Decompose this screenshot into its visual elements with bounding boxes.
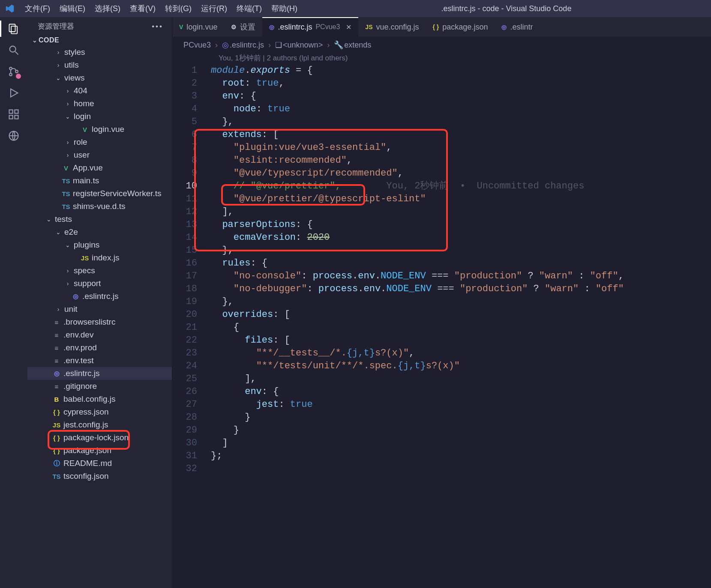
code-line[interactable]: ], — [211, 373, 711, 385]
editor-tab[interactable]: ◎.eslintr — [495, 17, 540, 37]
code-line[interactable]: "no-console": process.env.NODE_ENV === "… — [211, 270, 711, 283]
code-line[interactable]: env: { — [211, 385, 711, 398]
code-line[interactable]: ] — [211, 437, 711, 450]
breadcrumb-item[interactable]: ❏<unknown> — [275, 40, 323, 50]
menu-item[interactable]: 编辑(E) — [55, 1, 90, 16]
tree-item[interactable]: login — [27, 110, 172, 123]
code-lines[interactable]: module.exports = { root: true, env: { no… — [211, 64, 711, 588]
chevron-icon[interactable] — [64, 242, 71, 248]
tree-item[interactable]: VApp.vue — [27, 161, 172, 174]
editor-tab[interactable]: ⚙设置 — [224, 17, 262, 37]
code-line[interactable]: }, — [211, 295, 711, 308]
code-line[interactable]: parserOptions: { — [211, 218, 711, 231]
close-tab-icon[interactable]: ✕ — [346, 23, 351, 31]
code-line[interactable]: node: true — [211, 103, 711, 116]
code-line[interactable]: { — [211, 321, 711, 334]
code-line[interactable]: ecmaVersion: 2020 — [211, 231, 711, 244]
tree-item[interactable]: { }package-lock.json — [27, 431, 172, 444]
menu-item[interactable]: 查看(V) — [126, 1, 160, 16]
chevron-icon[interactable] — [55, 49, 62, 56]
code-line[interactable]: ], — [211, 206, 711, 218]
code-line[interactable]: jest: true — [211, 398, 711, 411]
tree-item[interactable]: role — [27, 136, 172, 149]
code-line[interactable]: "**/__tests__/*.{j,t}s?(x)", — [211, 347, 711, 360]
menu-item[interactable]: 选择(S) — [90, 1, 125, 16]
chevron-icon[interactable] — [55, 75, 62, 81]
tree-item[interactable]: utils — [27, 59, 172, 72]
code-line[interactable]: "@vue/prettier/@typescript-eslint" — [211, 193, 711, 206]
chevron-icon[interactable] — [64, 139, 71, 146]
tree-item[interactable]: ≡.env.dev — [27, 328, 172, 341]
menu-item[interactable]: 终端(T) — [232, 1, 266, 16]
tree-item[interactable]: TSregisterServiceWorker.ts — [27, 187, 172, 200]
code-line[interactable]: overrides: [ — [211, 308, 711, 321]
tree-item[interactable]: TStsconfig.json — [27, 470, 172, 483]
tree-item[interactable]: ≡.browserslistrc — [27, 316, 172, 328]
tree-item[interactable]: tests — [27, 213, 172, 226]
breadcrumbs[interactable]: PCvue3›◎.eslintrc.js›❏<unknown>›🔧extends — [172, 37, 711, 53]
tree-item[interactable]: Bbabel.config.js — [27, 393, 172, 406]
chevron-icon[interactable] — [45, 216, 52, 223]
editor-tab[interactable]: ◎.eslintrc.jsPCvue3✕ — [262, 17, 358, 37]
tree-item[interactable]: plugins — [27, 239, 172, 251]
code-line[interactable]: // "@vue/prettier", You, 2秒钟前 • Uncommit… — [211, 180, 711, 193]
editor-tab[interactable]: { }package.json — [426, 17, 495, 37]
tree-item[interactable]: e2e — [27, 226, 172, 239]
tree-item[interactable]: { }package.json — [27, 444, 172, 457]
editor-tab[interactable]: Vlogin.vue — [172, 17, 224, 37]
code-line[interactable] — [211, 463, 711, 475]
tree-item[interactable]: ≡.env.test — [27, 354, 172, 367]
tree-item[interactable]: views — [27, 72, 172, 84]
explorer-more-icon[interactable]: ••• — [152, 22, 166, 31]
tree-item[interactable]: ◎.eslintrc.js — [27, 367, 172, 380]
search-icon[interactable] — [7, 44, 20, 57]
tree-item[interactable]: ≡.gitignore — [27, 380, 172, 393]
code-line[interactable]: }; — [211, 450, 711, 463]
menu-item[interactable]: 帮助(H) — [267, 1, 302, 16]
code-line[interactable]: } — [211, 411, 711, 424]
chevron-icon[interactable] — [64, 87, 71, 94]
tree-item[interactable]: user — [27, 149, 172, 161]
tree-item[interactable]: ≡.env.prod — [27, 341, 172, 354]
code-line[interactable]: extends: [ — [211, 128, 711, 141]
tree-item[interactable]: home — [27, 97, 172, 110]
code-line[interactable]: }, — [211, 244, 711, 257]
tree-item[interactable]: support — [27, 277, 172, 290]
code-line[interactable]: "eslint:recommended", — [211, 154, 711, 167]
chevron-icon[interactable] — [64, 100, 71, 107]
tree-item[interactable]: TSmain.ts — [27, 174, 172, 187]
code-editor[interactable]: 1234567891011121314151617181920212223242… — [172, 63, 711, 588]
tree-item[interactable]: JSindex.js — [27, 251, 172, 264]
tree-item[interactable]: styles — [27, 46, 172, 59]
menu-item[interactable]: 运行(R) — [197, 1, 231, 16]
source-control-icon[interactable] — [7, 65, 20, 78]
tree-item[interactable]: ◎.eslintrc.js — [27, 290, 172, 303]
tree-item[interactable]: JSjest.config.js — [27, 418, 172, 431]
code-line[interactable]: } — [211, 424, 711, 437]
chevron-icon[interactable] — [55, 306, 62, 313]
chevron-icon[interactable] — [64, 152, 71, 158]
tree-root[interactable]: CODE — [27, 35, 172, 46]
chevron-icon[interactable] — [64, 113, 71, 120]
tree-item[interactable]: specs — [27, 264, 172, 277]
code-line[interactable]: "no-debugger": process.env.NODE_ENV === … — [211, 283, 711, 295]
tree-item[interactable]: { }cypress.json — [27, 406, 172, 418]
menu-item[interactable]: 转到(G) — [161, 1, 196, 16]
tree-item[interactable]: 404 — [27, 84, 172, 97]
tree-item[interactable]: unit — [27, 303, 172, 316]
editor-tab[interactable]: JSvue.config.js — [358, 17, 426, 37]
tree-item[interactable]: TSshims-vue.d.ts — [27, 200, 172, 213]
explorer-icon[interactable] — [7, 22, 20, 35]
code-line[interactable]: "@vue/typescript/recommended", — [211, 167, 711, 180]
code-line[interactable]: module.exports = { — [211, 64, 711, 77]
tree-item[interactable]: Vlogin.vue — [27, 123, 172, 136]
chevron-icon[interactable] — [64, 280, 71, 287]
menu-item[interactable]: 文件(F) — [21, 1, 54, 16]
run-debug-icon[interactable] — [7, 87, 20, 99]
code-line[interactable]: "**/tests/unit/**/*.spec.{j,t}s?(x)" — [211, 360, 711, 373]
breadcrumb-item[interactable]: 🔧extends — [334, 40, 371, 50]
code-line[interactable]: root: true, — [211, 77, 711, 90]
chevron-icon[interactable] — [64, 267, 71, 274]
chevron-icon[interactable] — [55, 229, 62, 236]
remote-icon[interactable] — [7, 129, 20, 142]
